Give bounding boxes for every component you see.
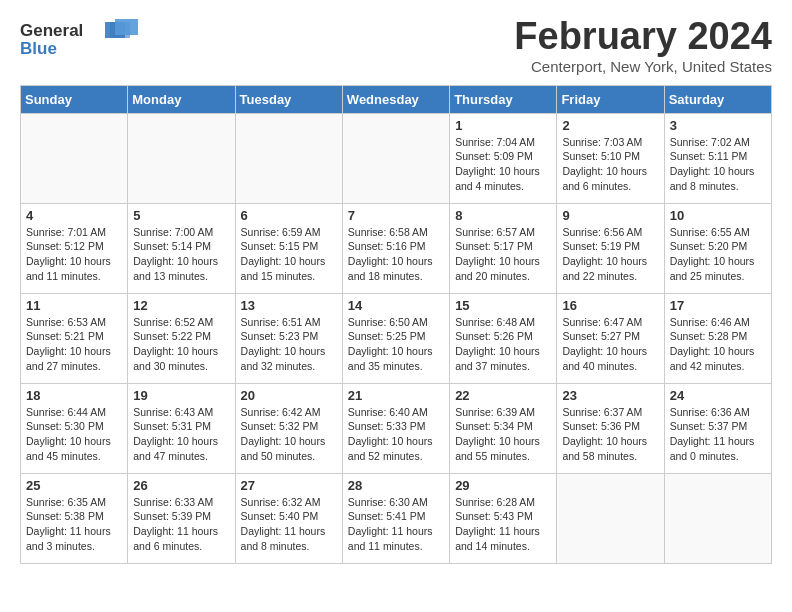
day-info: Sunrise: 6:43 AM Sunset: 5:31 PM Dayligh… [133, 405, 229, 464]
day-info: Sunrise: 6:47 AM Sunset: 5:27 PM Dayligh… [562, 315, 658, 374]
calendar-cell: 25Sunrise: 6:35 AM Sunset: 5:38 PM Dayli… [21, 473, 128, 563]
calendar-cell [557, 473, 664, 563]
day-number: 20 [241, 388, 337, 403]
day-info: Sunrise: 6:52 AM Sunset: 5:22 PM Dayligh… [133, 315, 229, 374]
calendar-cell [128, 113, 235, 203]
day-number: 1 [455, 118, 551, 133]
location-subtitle: Centerport, New York, United States [514, 58, 772, 75]
day-number: 16 [562, 298, 658, 313]
day-info: Sunrise: 6:59 AM Sunset: 5:15 PM Dayligh… [241, 225, 337, 284]
calendar-cell: 13Sunrise: 6:51 AM Sunset: 5:23 PM Dayli… [235, 293, 342, 383]
day-info: Sunrise: 7:02 AM Sunset: 5:11 PM Dayligh… [670, 135, 766, 194]
calendar-cell: 8Sunrise: 6:57 AM Sunset: 5:17 PM Daylig… [450, 203, 557, 293]
column-header-wednesday: Wednesday [342, 85, 449, 113]
calendar-table: SundayMondayTuesdayWednesdayThursdayFrid… [20, 85, 772, 564]
calendar-header-row: SundayMondayTuesdayWednesdayThursdayFrid… [21, 85, 772, 113]
calendar-cell: 9Sunrise: 6:56 AM Sunset: 5:19 PM Daylig… [557, 203, 664, 293]
column-header-monday: Monday [128, 85, 235, 113]
day-number: 10 [670, 208, 766, 223]
day-number: 3 [670, 118, 766, 133]
calendar-cell: 26Sunrise: 6:33 AM Sunset: 5:39 PM Dayli… [128, 473, 235, 563]
day-info: Sunrise: 6:30 AM Sunset: 5:41 PM Dayligh… [348, 495, 444, 554]
calendar-cell: 20Sunrise: 6:42 AM Sunset: 5:32 PM Dayli… [235, 383, 342, 473]
column-header-saturday: Saturday [664, 85, 771, 113]
day-number: 14 [348, 298, 444, 313]
day-info: Sunrise: 6:36 AM Sunset: 5:37 PM Dayligh… [670, 405, 766, 464]
day-info: Sunrise: 6:37 AM Sunset: 5:36 PM Dayligh… [562, 405, 658, 464]
calendar-cell [342, 113, 449, 203]
day-number: 5 [133, 208, 229, 223]
day-number: 27 [241, 478, 337, 493]
calendar-cell: 22Sunrise: 6:39 AM Sunset: 5:34 PM Dayli… [450, 383, 557, 473]
calendar-week-2: 4Sunrise: 7:01 AM Sunset: 5:12 PM Daylig… [21, 203, 772, 293]
calendar-cell: 27Sunrise: 6:32 AM Sunset: 5:40 PM Dayli… [235, 473, 342, 563]
day-number: 26 [133, 478, 229, 493]
day-number: 25 [26, 478, 122, 493]
column-header-tuesday: Tuesday [235, 85, 342, 113]
day-number: 17 [670, 298, 766, 313]
day-number: 23 [562, 388, 658, 403]
day-info: Sunrise: 7:01 AM Sunset: 5:12 PM Dayligh… [26, 225, 122, 284]
month-title: February 2024 [514, 16, 772, 58]
day-info: Sunrise: 6:39 AM Sunset: 5:34 PM Dayligh… [455, 405, 551, 464]
day-info: Sunrise: 6:56 AM Sunset: 5:19 PM Dayligh… [562, 225, 658, 284]
calendar-week-5: 25Sunrise: 6:35 AM Sunset: 5:38 PM Dayli… [21, 473, 772, 563]
day-info: Sunrise: 6:35 AM Sunset: 5:38 PM Dayligh… [26, 495, 122, 554]
day-number: 7 [348, 208, 444, 223]
calendar-week-1: 1Sunrise: 7:04 AM Sunset: 5:09 PM Daylig… [21, 113, 772, 203]
day-number: 19 [133, 388, 229, 403]
day-number: 18 [26, 388, 122, 403]
day-number: 6 [241, 208, 337, 223]
calendar-cell: 19Sunrise: 6:43 AM Sunset: 5:31 PM Dayli… [128, 383, 235, 473]
calendar-cell: 14Sunrise: 6:50 AM Sunset: 5:25 PM Dayli… [342, 293, 449, 383]
calendar-cell: 16Sunrise: 6:47 AM Sunset: 5:27 PM Dayli… [557, 293, 664, 383]
day-number: 15 [455, 298, 551, 313]
calendar-cell: 12Sunrise: 6:52 AM Sunset: 5:22 PM Dayli… [128, 293, 235, 383]
day-number: 24 [670, 388, 766, 403]
day-number: 11 [26, 298, 122, 313]
day-number: 13 [241, 298, 337, 313]
day-number: 9 [562, 208, 658, 223]
column-header-sunday: Sunday [21, 85, 128, 113]
day-info: Sunrise: 6:55 AM Sunset: 5:20 PM Dayligh… [670, 225, 766, 284]
logo-svg: General Blue [20, 16, 140, 61]
day-info: Sunrise: 6:48 AM Sunset: 5:26 PM Dayligh… [455, 315, 551, 374]
calendar-week-4: 18Sunrise: 6:44 AM Sunset: 5:30 PM Dayli… [21, 383, 772, 473]
calendar-cell: 10Sunrise: 6:55 AM Sunset: 5:20 PM Dayli… [664, 203, 771, 293]
calendar-cell: 21Sunrise: 6:40 AM Sunset: 5:33 PM Dayli… [342, 383, 449, 473]
calendar-cell [235, 113, 342, 203]
day-info: Sunrise: 6:58 AM Sunset: 5:16 PM Dayligh… [348, 225, 444, 284]
day-number: 12 [133, 298, 229, 313]
calendar-cell: 23Sunrise: 6:37 AM Sunset: 5:36 PM Dayli… [557, 383, 664, 473]
calendar-cell: 7Sunrise: 6:58 AM Sunset: 5:16 PM Daylig… [342, 203, 449, 293]
day-number: 4 [26, 208, 122, 223]
calendar-cell: 15Sunrise: 6:48 AM Sunset: 5:26 PM Dayli… [450, 293, 557, 383]
calendar-cell [664, 473, 771, 563]
day-number: 28 [348, 478, 444, 493]
day-info: Sunrise: 6:32 AM Sunset: 5:40 PM Dayligh… [241, 495, 337, 554]
day-info: Sunrise: 6:51 AM Sunset: 5:23 PM Dayligh… [241, 315, 337, 374]
svg-text:General: General [20, 21, 83, 40]
day-info: Sunrise: 6:40 AM Sunset: 5:33 PM Dayligh… [348, 405, 444, 464]
day-info: Sunrise: 6:53 AM Sunset: 5:21 PM Dayligh… [26, 315, 122, 374]
logo: General Blue [20, 16, 140, 65]
calendar-cell: 24Sunrise: 6:36 AM Sunset: 5:37 PM Dayli… [664, 383, 771, 473]
calendar-cell: 1Sunrise: 7:04 AM Sunset: 5:09 PM Daylig… [450, 113, 557, 203]
column-header-friday: Friday [557, 85, 664, 113]
day-info: Sunrise: 6:46 AM Sunset: 5:28 PM Dayligh… [670, 315, 766, 374]
day-info: Sunrise: 7:03 AM Sunset: 5:10 PM Dayligh… [562, 135, 658, 194]
day-info: Sunrise: 6:44 AM Sunset: 5:30 PM Dayligh… [26, 405, 122, 464]
day-info: Sunrise: 6:57 AM Sunset: 5:17 PM Dayligh… [455, 225, 551, 284]
day-info: Sunrise: 7:00 AM Sunset: 5:14 PM Dayligh… [133, 225, 229, 284]
day-info: Sunrise: 6:28 AM Sunset: 5:43 PM Dayligh… [455, 495, 551, 554]
calendar-cell: 2Sunrise: 7:03 AM Sunset: 5:10 PM Daylig… [557, 113, 664, 203]
calendar-cell [21, 113, 128, 203]
day-number: 21 [348, 388, 444, 403]
day-info: Sunrise: 6:50 AM Sunset: 5:25 PM Dayligh… [348, 315, 444, 374]
calendar-cell: 5Sunrise: 7:00 AM Sunset: 5:14 PM Daylig… [128, 203, 235, 293]
calendar-cell: 18Sunrise: 6:44 AM Sunset: 5:30 PM Dayli… [21, 383, 128, 473]
calendar-week-3: 11Sunrise: 6:53 AM Sunset: 5:21 PM Dayli… [21, 293, 772, 383]
logo-text: General Blue [20, 16, 140, 65]
calendar-cell: 28Sunrise: 6:30 AM Sunset: 5:41 PM Dayli… [342, 473, 449, 563]
svg-text:Blue: Blue [20, 39, 57, 58]
